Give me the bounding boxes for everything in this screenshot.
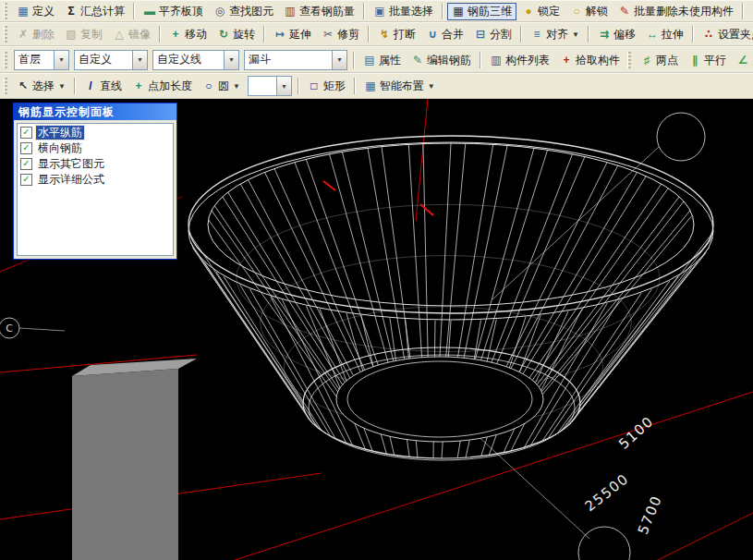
funnel-wireframe <box>188 136 713 313</box>
mirror-button[interactable]: △镜像 <box>108 26 155 43</box>
merge-icon: ∪ <box>426 28 439 41</box>
set-grips-button[interactable]: ∴设置夹点 <box>698 26 753 43</box>
chevron-down-icon: ▼ <box>233 82 240 91</box>
extend-button[interactable]: ↦延伸 <box>269 26 316 43</box>
selection-mark <box>420 204 433 215</box>
trim-label: 修剪 <box>337 28 359 41</box>
split-button[interactable]: ⊟分割 <box>469 26 516 43</box>
select-button[interactable]: ↖选择▼ <box>12 78 70 95</box>
three-d-button[interactable]: ▧三维 <box>747 3 753 20</box>
list-item[interactable]: ✓水平纵筋 <box>18 125 172 140</box>
align-button[interactable]: ≡对齐▼ <box>526 26 584 43</box>
chevron-down-icon: ▼ <box>58 82 66 91</box>
drawing-viewport[interactable]: C5100255005700 钢筋显示控制面板 ✓水平纵筋✓横向钢筋✓显示其它图… <box>0 99 753 560</box>
floor-selector-combobox[interactable]: 首层▼ <box>14 50 69 70</box>
properties-button[interactable]: ▤属性 <box>358 51 406 68</box>
lock-button[interactable]: ●锁定 <box>517 3 565 20</box>
batch-delete-unused-button[interactable]: ✎批量删除未使用构件 <box>613 3 738 20</box>
set-grips-label: 设置夹点 <box>718 28 753 41</box>
delete-button[interactable]: ✗删除 <box>12 26 59 43</box>
line-type-selector-combobox[interactable]: 自定义线▼ <box>152 50 239 70</box>
two-points-button[interactable]: ♯两点 <box>636 51 683 68</box>
checkbox[interactable]: ✓ <box>20 174 32 186</box>
parallel-button[interactable]: ∥平行 <box>684 51 731 68</box>
toolbar-grip[interactable] <box>4 78 7 94</box>
funnel-wireframe <box>457 144 492 357</box>
define-button[interactable]: ▦定义 <box>12 3 59 20</box>
floor-selector-value: 首层 <box>15 51 54 69</box>
copy-button[interactable]: ▧复制 <box>60 26 107 43</box>
toolbar-separator <box>588 26 589 43</box>
chevron-down-icon[interactable]: ▼ <box>276 77 291 95</box>
pick-component-button[interactable]: +拾取构件 <box>555 51 625 68</box>
batch-select-button[interactable]: ▣批量选择 <box>369 3 438 20</box>
parallel-icon: ∥ <box>688 54 701 67</box>
list-item[interactable]: ✓显示详细公式 <box>18 172 172 188</box>
list-item[interactable]: ✓横向钢筋 <box>18 140 172 156</box>
move-button[interactable]: +移动 <box>164 26 212 43</box>
view-rebar-quantity-button[interactable]: ▥查看钢筋量 <box>279 3 359 20</box>
checkbox[interactable]: ✓ <box>20 127 32 139</box>
line-tool-icon: / <box>84 79 97 92</box>
summary-calc-button[interactable]: Σ汇总计算 <box>60 3 129 20</box>
trim-button[interactable]: ✂修剪 <box>317 26 364 43</box>
component-list-button[interactable]: ▥构件列表 <box>485 51 554 68</box>
edit-rebar-button[interactable]: ✎编辑钢筋 <box>407 51 476 68</box>
flush-slab-top-button[interactable]: ▬平齐板顶 <box>139 3 208 20</box>
list-item-label: 显示详细公式 <box>36 173 106 187</box>
chevron-down-icon[interactable]: ▼ <box>54 51 68 69</box>
list-item[interactable]: ✓显示其它图元 <box>18 156 172 172</box>
category-selector-combobox[interactable]: 自定义▼ <box>74 50 148 70</box>
checkbox[interactable]: ✓ <box>20 158 32 170</box>
define-icon: ▦ <box>17 5 30 18</box>
line-tool-button[interactable]: /直线 <box>79 78 127 95</box>
toolbar-grip[interactable] <box>4 3 7 19</box>
trim-icon: ✂ <box>322 28 334 41</box>
toolbar-separator <box>354 78 356 94</box>
find-element-button[interactable]: ◎查找图元 <box>209 3 278 20</box>
funnel-wireframe <box>224 276 322 431</box>
toolbar-component: 首层▼自定义▼自定义线▼漏斗▼▤属性✎编辑钢筋▥构件列表+拾取构件♯两点∥平行∠… <box>0 46 753 73</box>
toolbar-grip[interactable] <box>4 52 7 68</box>
circle-tool-icon: ○ <box>202 79 215 92</box>
edit-rebar-icon: ✎ <box>411 54 424 67</box>
rebar-3d-button[interactable]: ▦钢筋三维 <box>447 3 516 20</box>
funnel-wireframe <box>497 157 585 364</box>
stretch-button[interactable]: ↔拉伸 <box>641 26 688 43</box>
edit-rebar-label: 编辑钢筋 <box>427 54 471 67</box>
smart-layout-button[interactable]: ▦智能布置▼ <box>359 78 440 95</box>
draw-mode-selector-combobox[interactable]: ▼ <box>248 76 292 96</box>
toolbar-grip[interactable] <box>4 26 7 43</box>
chevron-down-icon[interactable]: ▼ <box>224 51 238 69</box>
chevron-down-icon[interactable]: ▼ <box>332 51 346 69</box>
select-label: 选择 <box>32 79 55 92</box>
component-selector-value: 漏斗 <box>245 51 332 69</box>
panel-title-bar[interactable]: 钢筋显示控制面板 <box>14 103 176 120</box>
rotate-icon: ↻ <box>217 28 230 41</box>
funnel-wireframe <box>519 172 638 371</box>
point-plus-length-button[interactable]: +点加长度 <box>128 78 197 95</box>
circle-tool-button[interactable]: ○圆▼ <box>198 78 245 95</box>
list-item-label: 横向钢筋 <box>36 141 84 155</box>
merge-button[interactable]: ∪合并 <box>421 26 468 43</box>
break-icon: ↯ <box>378 28 391 41</box>
point-angle-button[interactable]: ∠点角 <box>732 51 753 68</box>
unlock-button[interactable]: ○解锁 <box>565 3 613 20</box>
find-element-icon: ◎ <box>213 5 226 18</box>
toolbar-grip[interactable] <box>627 52 631 68</box>
copy-label: 复制 <box>80 28 103 41</box>
find-element-label: 查找图元 <box>229 5 273 18</box>
offset-button[interactable]: ⇉偏移 <box>593 26 640 43</box>
funnel-wireframe <box>511 165 618 368</box>
component-list-label: 构件列表 <box>505 54 550 67</box>
break-button[interactable]: ↯打断 <box>373 26 420 43</box>
checkbox[interactable]: ✓ <box>20 142 32 154</box>
toolbar-separator <box>368 26 370 43</box>
toolbar-separator <box>520 26 522 43</box>
lock-label: 锁定 <box>538 5 560 18</box>
rotate-button[interactable]: ↻旋转 <box>213 26 260 43</box>
extend-icon: ↦ <box>273 28 286 41</box>
chevron-down-icon[interactable]: ▼ <box>132 51 147 69</box>
rectangle-tool-button[interactable]: □矩形 <box>303 78 350 95</box>
component-selector-combobox[interactable]: 漏斗▼ <box>244 50 347 70</box>
